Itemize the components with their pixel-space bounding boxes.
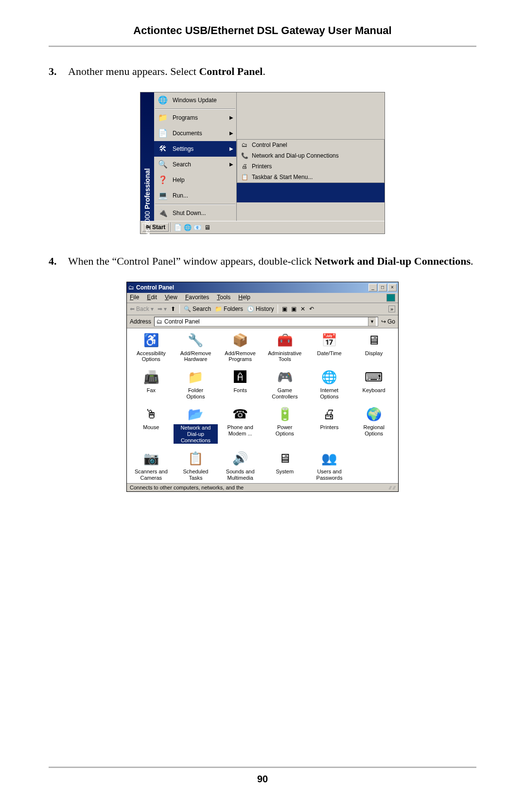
cp-item-add-remove-programs[interactable]: 📦Add/RemovePrograms bbox=[218, 332, 262, 362]
menu-item-windows-update[interactable]: 🌐Windows Update bbox=[154, 92, 236, 108]
cp-item-fonts[interactable]: 🅰Fonts bbox=[218, 369, 262, 399]
cp-item-scheduled-tasks[interactable]: 📋ScheduledTasks bbox=[174, 451, 218, 481]
submenu-item-control-panel[interactable]: 🗂Control Panel bbox=[237, 140, 384, 150]
submenu-item-label: Printers bbox=[252, 163, 272, 170]
cp-item-keyboard[interactable]: ⌨Keyboard bbox=[351, 369, 396, 399]
back-button[interactable]: ⬅ Back ▾ bbox=[130, 306, 154, 312]
resize-grip[interactable]: ⫽⫽ bbox=[387, 485, 395, 490]
toolbar-overflow[interactable]: » bbox=[388, 306, 395, 312]
submenu-item-network-and-dial-up-connections[interactable]: 📞Network and Dial-up Connections bbox=[237, 150, 384, 161]
cp-item-label: ScheduledTasks bbox=[183, 469, 208, 481]
menu-item-label: Search bbox=[173, 161, 191, 168]
cp-item-label: Add/RemovePrograms bbox=[225, 350, 256, 362]
cp-item-accessibility-options[interactable]: ♿AccessibilityOptions bbox=[129, 332, 174, 362]
cp-item-regional-options[interactable]: 🌍RegionalOptions bbox=[351, 406, 396, 444]
cp-item-icon: ♿ bbox=[142, 332, 160, 349]
cp-item-network-and-dial-up-connections[interactable]: 📂Network andDial-up Connections bbox=[174, 406, 218, 444]
submenu-item-icon: 📞 bbox=[240, 152, 249, 160]
cp-item-mouse[interactable]: 🖱Mouse bbox=[129, 406, 174, 444]
window-brand-icon bbox=[386, 294, 395, 302]
menu-edit[interactable]: Edit bbox=[147, 294, 157, 302]
menu-item-run-[interactable]: 💻Run... bbox=[154, 188, 236, 203]
menu-item-label: Help bbox=[173, 177, 185, 183]
go-button[interactable]: ↪ Go bbox=[381, 318, 395, 325]
minimize-button[interactable]: _ bbox=[368, 284, 377, 291]
cp-item-icon: ☎ bbox=[231, 406, 249, 423]
menu-item-icon: ❓ bbox=[157, 174, 169, 186]
menu-item-label: Documents bbox=[173, 130, 202, 137]
start-label: Start bbox=[152, 224, 165, 231]
cp-item-scanners-and-cameras[interactable]: 📷Scanners andCameras bbox=[129, 451, 174, 481]
moveto-button[interactable]: ▣ bbox=[282, 306, 287, 312]
quicklaunch-icon[interactable]: 📄 bbox=[174, 223, 182, 232]
cp-item-icon: 🧰 bbox=[276, 332, 294, 349]
submenu-item-printers[interactable]: 🖨Printers bbox=[237, 161, 384, 172]
menu-item-programs[interactable]: 📁Programs▶ bbox=[154, 110, 236, 126]
menu-item-search[interactable]: 🔍Search▶ bbox=[154, 157, 236, 172]
cp-item-label: FolderOptions bbox=[187, 387, 205, 399]
submenu-item-icon: 🖨 bbox=[240, 162, 249, 170]
cp-item-icon: 🌐 bbox=[320, 369, 338, 386]
quicklaunch-icon[interactable]: 📧 bbox=[193, 223, 202, 232]
menu-favorites[interactable]: Favorites bbox=[185, 294, 209, 302]
banner-year: 2000 bbox=[143, 211, 151, 226]
history-button[interactable]: 🕓 History bbox=[247, 306, 274, 312]
cp-item-power-options[interactable]: 🔋PowerOptions bbox=[262, 406, 307, 444]
cp-item-icon: 📋 bbox=[187, 451, 204, 467]
menu-item-icon: 🔍 bbox=[157, 159, 169, 170]
copyto-button[interactable]: ▣ bbox=[291, 306, 297, 312]
delete-button[interactable]: ✕ bbox=[300, 306, 305, 312]
cp-item-label: Network andDial-up Connections bbox=[174, 424, 218, 444]
banner-edition: Professional bbox=[143, 168, 151, 209]
undo-button[interactable]: ↶ bbox=[309, 306, 314, 312]
cp-item-display[interactable]: 🖥Display bbox=[351, 332, 396, 362]
address-bar: Address 🗂 Control Panel ▼ ↪ Go bbox=[127, 315, 398, 328]
submenu-item-label: Taskbar & Start Menu... bbox=[252, 174, 313, 180]
menu-item-settings[interactable]: 🛠Settings▶ bbox=[154, 141, 236, 157]
cp-item-game-controllers[interactable]: 🎮GameControllers bbox=[262, 369, 307, 399]
menu-item-icon: 📄 bbox=[157, 127, 169, 139]
figure-1-wrap: Windows 2000 Professional 🌐Windows Updat… bbox=[49, 92, 476, 234]
submenu-item-taskbar-start-menu-[interactable]: 📋Taskbar & Start Menu... bbox=[237, 172, 384, 182]
cp-item-add-remove-hardware[interactable]: 🔧Add/RemoveHardware bbox=[174, 332, 218, 362]
up-button[interactable]: ⬆ bbox=[171, 306, 175, 312]
menubar: FileEditViewFavoritesToolsHelp bbox=[127, 293, 398, 303]
cp-item-sounds-and-multimedia[interactable]: 🔊Sounds andMultimedia bbox=[218, 451, 262, 481]
start-submenu-area: 🗂Control Panel📞Network and Dial-up Conne… bbox=[237, 92, 385, 221]
titlebar-text: Control Panel bbox=[136, 284, 174, 291]
quicklaunch-icon[interactable]: 🖥 bbox=[203, 223, 211, 232]
cp-item-date-time[interactable]: 📅Date/Time bbox=[307, 332, 352, 362]
cp-item-administrative-tools[interactable]: 🧰AdministrativeTools bbox=[262, 332, 307, 362]
search-button[interactable]: 🔍 Search bbox=[184, 306, 211, 312]
menu-item-shut-down-[interactable]: 🔌Shut Down... bbox=[154, 205, 236, 221]
submenu-arrow-icon: ▶ bbox=[229, 162, 233, 167]
menu-view[interactable]: View bbox=[165, 294, 177, 302]
taskbar-separator bbox=[171, 222, 172, 232]
menu-help[interactable]: Help bbox=[238, 294, 250, 302]
cp-item-users-and-passwords[interactable]: 👥Users andPasswords bbox=[307, 451, 352, 481]
cp-item-internet-options[interactable]: 🌐InternetOptions bbox=[307, 369, 352, 399]
cp-item-folder-options[interactable]: 📁FolderOptions bbox=[174, 369, 218, 399]
cp-item-phone-and-modem-[interactable]: ☎Phone andModem ... bbox=[218, 406, 262, 444]
menu-item-help[interactable]: ❓Help bbox=[154, 172, 236, 188]
address-dropdown[interactable]: ▼ bbox=[368, 317, 376, 326]
menu-tools[interactable]: Tools bbox=[217, 294, 230, 302]
cp-item-label: Scanners andCameras bbox=[135, 469, 168, 481]
cp-item-fax[interactable]: 📠Fax bbox=[129, 369, 174, 399]
cp-item-system[interactable]: 🖥System bbox=[262, 451, 307, 481]
step-text-post: . bbox=[262, 65, 265, 77]
quicklaunch-icon[interactable]: 🌐 bbox=[183, 223, 192, 232]
forward-button[interactable]: ➡ ▾ bbox=[158, 306, 167, 312]
cp-item-printers[interactable]: 🖨Printers bbox=[307, 406, 352, 444]
cp-item-icon: 🌍 bbox=[365, 406, 383, 423]
maximize-button[interactable]: □ bbox=[378, 284, 387, 291]
cp-item-label: Fonts bbox=[233, 387, 247, 394]
menu-file[interactable]: File bbox=[130, 294, 139, 302]
close-button[interactable]: × bbox=[388, 284, 397, 291]
titlebar-icon: 🗂 bbox=[128, 284, 134, 291]
menu-item-documents[interactable]: 📄Documents▶ bbox=[154, 126, 236, 141]
address-label: Address bbox=[130, 318, 151, 325]
toolbar-sep bbox=[278, 305, 278, 313]
folders-button[interactable]: 📁 Folders bbox=[215, 306, 243, 312]
address-input[interactable]: 🗂 Control Panel ▼ bbox=[154, 317, 378, 326]
